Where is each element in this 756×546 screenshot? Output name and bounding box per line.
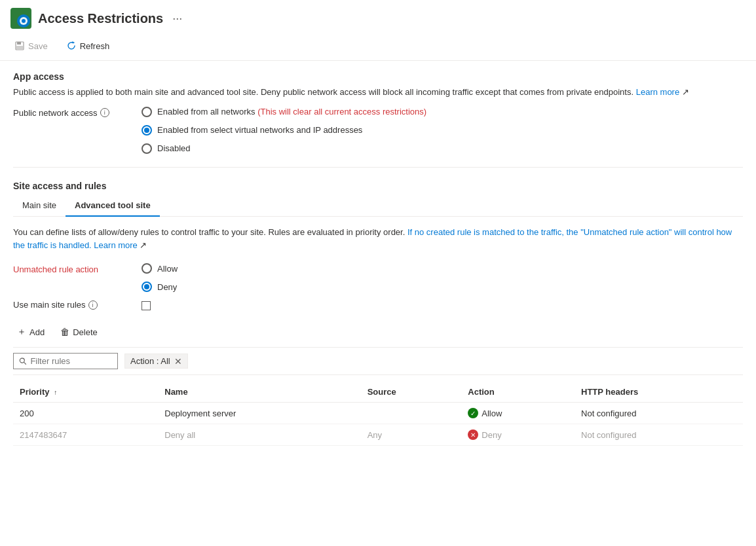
use-main-site-info-icon[interactable]: i (88, 300, 98, 310)
cell-source (361, 403, 462, 424)
section-divider (13, 167, 743, 168)
allow-check-icon: ✓ (468, 408, 478, 418)
unmatched-rule-label: Unmatched rule action (13, 263, 131, 274)
tab-main-site[interactable]: Main site (13, 195, 66, 217)
radio-deny[interactable]: Deny (142, 282, 178, 292)
deny-x-icon: ✕ (468, 429, 478, 440)
col-action: Action (461, 382, 575, 403)
add-button[interactable]: ＋ Add (13, 323, 48, 340)
search-icon (19, 357, 26, 365)
add-icon: ＋ (17, 326, 26, 338)
svg-line-8 (24, 363, 26, 365)
unmatched-rule-row: Unmatched rule action Allow Deny (13, 263, 743, 292)
cell-http-headers: Not configured (575, 424, 743, 446)
action-filter-tag: Action : All ✕ (124, 354, 188, 369)
filter-bar: Action : All ✕ (13, 347, 743, 375)
refresh-button[interactable]: Refresh (62, 38, 114, 54)
tab-advanced-tool-site[interactable]: Advanced tool site (66, 195, 160, 217)
public-network-radio-group: Enabled from all networks (This will cle… (142, 107, 426, 154)
action-bar: ＋ Add 🗑 Delete (13, 317, 743, 347)
app-access-title: App access (13, 71, 743, 82)
use-main-site-checkbox[interactable] (142, 301, 151, 310)
radio-enabled-select-dot (144, 128, 149, 133)
delete-icon: 🗑 (60, 327, 69, 337)
radio-deny-dot (144, 284, 149, 289)
save-icon (14, 41, 25, 51)
site-tabs: Main site Advanced tool site (13, 195, 743, 217)
app-access-section: App access Public access is applied to b… (13, 71, 743, 154)
site-access-learn-more[interactable]: Learn more (94, 240, 137, 250)
cell-action: ✓ Allow (461, 403, 575, 424)
site-access-info: You can define lists of allow/deny rules… (13, 226, 743, 253)
more-options-button[interactable]: ··· (172, 12, 182, 26)
cell-action: ✕ Deny (461, 424, 575, 446)
use-main-site-label: Use main site rules i (13, 299, 131, 310)
radio-disabled-circle (142, 143, 152, 154)
filter-rules-input[interactable] (30, 356, 112, 366)
radio-allow-circle (142, 263, 152, 274)
public-network-info-icon[interactable]: i (100, 108, 109, 117)
site-access-title: Site access and rules (13, 181, 743, 191)
sort-priority-icon: ↑ (54, 389, 57, 396)
cell-priority: 2147483647 (13, 424, 158, 446)
svg-rect-5 (17, 42, 21, 45)
rules-table: Priority ↑ Name Source Action HTTP heade… (13, 382, 743, 446)
app-icon (10, 8, 31, 29)
table-body: 200 Deployment server ✓ Allow Not config… (13, 403, 743, 446)
col-http-headers: HTTP headers (575, 382, 743, 403)
delete-button[interactable]: 🗑 Delete (56, 324, 102, 340)
use-main-site-checkbox-row (142, 301, 151, 310)
action-deny: ✕ Deny (468, 429, 568, 440)
radio-disabled[interactable]: Disabled (142, 143, 426, 154)
col-source: Source (361, 382, 462, 403)
col-name: Name (158, 382, 360, 403)
svg-point-7 (20, 358, 24, 363)
unmatched-rule-radio-group: Allow Deny (142, 263, 178, 292)
svg-point-3 (22, 19, 26, 23)
refresh-icon (66, 41, 77, 51)
radio-enabled-all-circle (142, 107, 152, 117)
radio-allow[interactable]: Allow (142, 263, 178, 274)
cell-name: Deny all (158, 424, 360, 446)
radio-deny-circle (142, 282, 152, 292)
save-button[interactable]: Save (10, 38, 52, 54)
radio-enabled-all[interactable]: Enabled from all networks (This will cle… (142, 107, 426, 117)
action-allow: ✓ Allow (468, 408, 568, 418)
public-network-access-row: Public network access i Enabled from all… (13, 107, 743, 154)
action-filter-close[interactable]: ✕ (174, 357, 182, 366)
app-access-description: Public access is applied to both main si… (13, 86, 743, 99)
toolbar: Save Refresh (0, 34, 756, 61)
svg-rect-6 (16, 46, 23, 49)
radio-enabled-select-circle (142, 125, 152, 136)
cell-name: Deployment server (158, 403, 360, 424)
page-header: Access Restrictions ··· (0, 0, 756, 34)
filter-input-wrapper (13, 353, 118, 369)
app-access-learn-more[interactable]: Learn more (636, 87, 679, 97)
site-access-section: Site access and rules Main site Advanced… (13, 181, 743, 446)
cell-http-headers: Not configured (575, 403, 743, 424)
public-network-access-label: Public network access i (13, 107, 131, 118)
table-row[interactable]: 2147483647 Deny all Any ✕ Deny Not confi… (13, 424, 743, 446)
radio-enabled-select[interactable]: Enabled from select virtual networks and… (142, 125, 426, 136)
main-content: App access Public access is applied to b… (0, 61, 756, 456)
cell-priority: 200 (13, 403, 158, 424)
cell-source: Any (361, 424, 462, 446)
use-main-site-row: Use main site rules i (13, 299, 743, 310)
table-header: Priority ↑ Name Source Action HTTP heade… (13, 382, 743, 403)
page-title: Access Restrictions (38, 11, 163, 26)
table-row[interactable]: 200 Deployment server ✓ Allow Not config… (13, 403, 743, 424)
col-priority: Priority ↑ (13, 382, 158, 403)
